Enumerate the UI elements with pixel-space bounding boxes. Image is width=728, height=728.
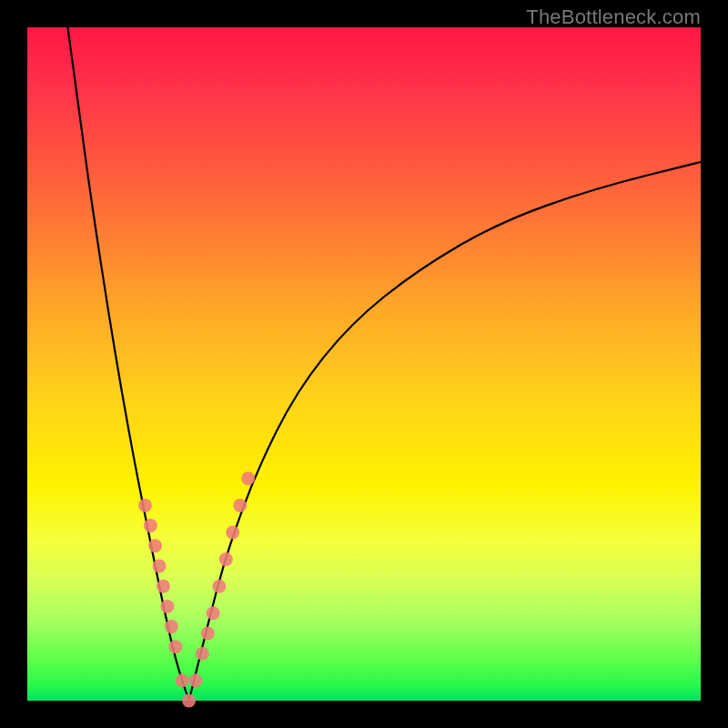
data-dot (207, 606, 220, 620)
curve-right-arm (189, 162, 701, 701)
watermark-text: TheBottleneck.com (526, 5, 701, 29)
data-dot (148, 539, 162, 552)
data-dot (212, 580, 226, 593)
chart-svg (27, 27, 701, 701)
data-dot (201, 627, 215, 641)
curve-left-arm (67, 27, 188, 701)
data-dot (182, 694, 196, 708)
data-dot (226, 526, 239, 540)
data-dot (153, 560, 167, 573)
data-dot (165, 620, 178, 633)
data-dot (233, 499, 247, 512)
data-dot (168, 640, 182, 653)
plot-area (27, 27, 701, 701)
data-dot (144, 519, 157, 532)
data-dot (157, 580, 170, 593)
data-dot (176, 673, 189, 687)
chart-frame: TheBottleneck.com (0, 0, 728, 728)
data-dot (219, 552, 233, 566)
data-dot (160, 600, 174, 613)
data-dot (138, 499, 152, 512)
data-dot (196, 647, 209, 661)
data-dot (241, 471, 255, 485)
data-dot (189, 673, 203, 687)
